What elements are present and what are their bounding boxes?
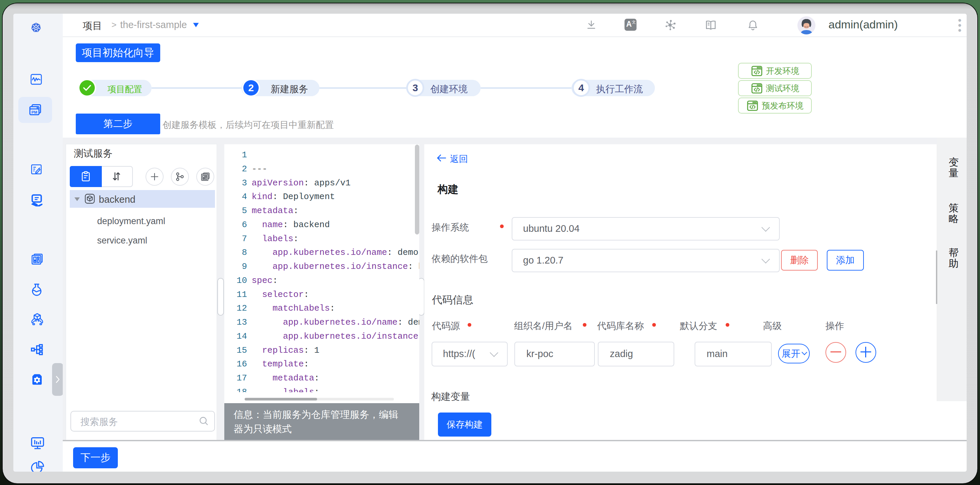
svg-text:PM: PM bbox=[31, 110, 37, 114]
